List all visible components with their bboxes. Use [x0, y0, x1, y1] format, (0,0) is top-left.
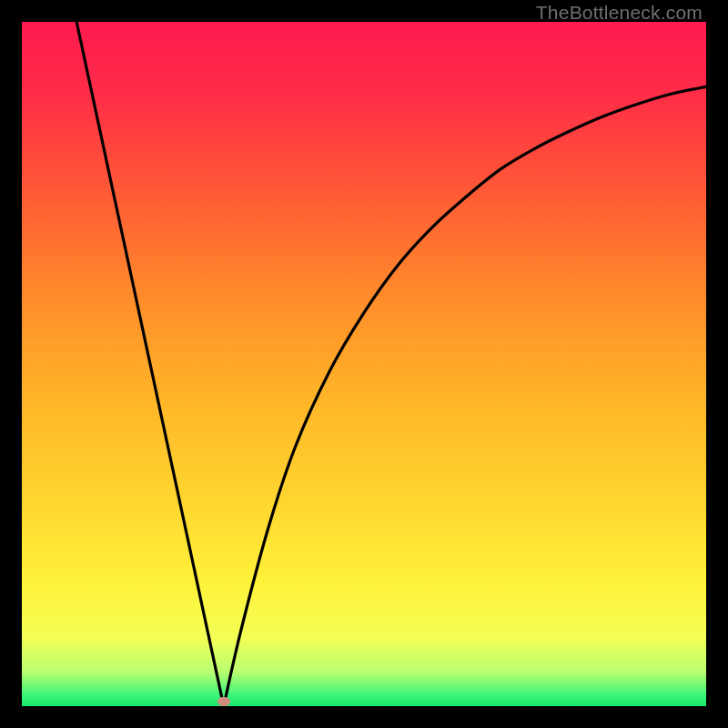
watermark-text: TheBottleneck.com — [536, 2, 703, 24]
plot-area — [22, 22, 706, 706]
minimum-marker — [217, 697, 230, 706]
bottleneck-curve — [22, 22, 706, 706]
